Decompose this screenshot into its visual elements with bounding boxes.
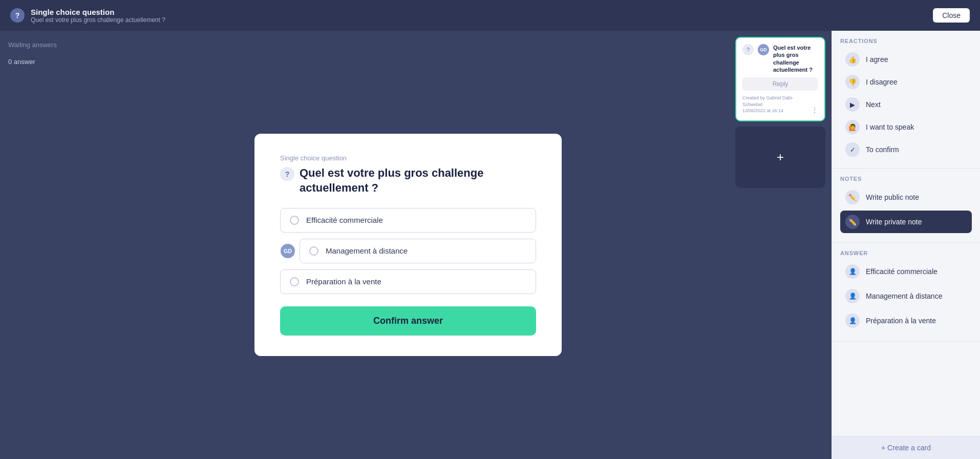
answer-count-label: 0 answer xyxy=(8,57,79,66)
answer-option-2-icon: 👤 xyxy=(845,289,860,303)
question-card: Single choice question ? Quel est votre … xyxy=(254,134,562,356)
reaction-to-confirm[interactable]: ✓ To confirm xyxy=(840,138,972,161)
answer-option-3: 👤 Préparation à la vente xyxy=(840,309,972,332)
reaction-agree-label: I agree xyxy=(866,55,888,64)
mini-card-question-icon: ? xyxy=(742,44,754,55)
user-avatar-gd: GD xyxy=(281,244,295,258)
question-type-label: Single choice question xyxy=(280,154,536,162)
mini-card-menu-icon[interactable]: ⋮ xyxy=(811,106,818,114)
question-type-icon: ? xyxy=(280,167,294,181)
answer-option-3-label: Préparation à la vente xyxy=(866,317,936,325)
left-sidebar: Waiting answers 0 answer xyxy=(0,31,87,459)
private-note-label: Write private note xyxy=(866,218,922,226)
confirm-answer-button[interactable]: Confirm answer xyxy=(280,306,536,336)
reactions-section: REACTIONS 👍 I agree 👎 I disagree ▶ Next … xyxy=(832,31,980,169)
header-title: Single choice question xyxy=(31,8,165,16)
mini-card-footer: Created by Gabriel Dabi-Schwebel13/06/20… xyxy=(742,95,811,114)
speak-icon: 🙋 xyxy=(845,120,860,134)
far-right-sidebar: REACTIONS 👍 I agree 👎 I disagree ▶ Next … xyxy=(832,31,980,459)
option-1-label: Efficacité commerciale xyxy=(306,216,383,224)
next-icon: ▶ xyxy=(845,97,860,112)
reaction-i-disagree[interactable]: 👎 I disagree xyxy=(840,71,972,93)
public-note-icon: ✏️ xyxy=(845,190,860,204)
option-3-label: Préparation à la vente xyxy=(306,277,381,286)
answer-option-3-icon: 👤 xyxy=(845,314,860,328)
write-private-note-button[interactable]: ✏️ Write private note xyxy=(840,211,972,233)
answer-option-2: 👤 Management à distance xyxy=(840,285,972,307)
option-3-radio[interactable] xyxy=(290,277,299,286)
answer-section: ANSWER 👤 Efficacité commerciale 👤 Manage… xyxy=(832,243,980,342)
option-2-radio[interactable] xyxy=(309,246,318,256)
header-subtitle: Quel est votre plus gros challenge actue… xyxy=(31,16,165,24)
notes-title: NOTES xyxy=(840,176,972,182)
header-left: ? Single choice question Quel est votre … xyxy=(10,8,165,24)
answer-count: 0 answer xyxy=(8,58,35,66)
private-note-icon: ✏️ xyxy=(845,215,860,229)
question-title: Quel est votre plus gros challenge actue… xyxy=(300,166,536,195)
reaction-want-to-speak[interactable]: 🙋 I want to speak xyxy=(840,116,972,138)
option-1-radio[interactable] xyxy=(290,216,299,225)
reaction-next-label: Next xyxy=(866,100,881,109)
option-2-label: Management à distance xyxy=(326,246,408,255)
mini-card-avatar: GD xyxy=(758,44,769,55)
answer-option-2-label: Management à distance xyxy=(866,292,942,300)
answer-option-1-label: Efficacité commerciale xyxy=(866,267,938,276)
options-list: Efficacité commerciale GD Management à d… xyxy=(280,208,536,294)
write-public-note-button[interactable]: ✏️ Write public note xyxy=(840,186,972,208)
option-3[interactable]: Préparation à la vente xyxy=(280,269,536,294)
reaction-confirm-label: To confirm xyxy=(866,145,899,154)
mini-card-header: ? GD Quel est votre plus gros challenge … xyxy=(742,44,818,73)
reaction-speak-label: I want to speak xyxy=(866,123,914,131)
main-content: Waiting answers 0 answer Single choice q… xyxy=(0,31,980,459)
mini-card-title: Quel est votre plus gros challenge actue… xyxy=(773,44,818,73)
answer-option-1-icon: 👤 xyxy=(845,264,860,279)
public-note-label: Write public note xyxy=(866,193,919,201)
confirm-icon: ✓ xyxy=(845,142,860,157)
thumbs-down-icon: 👎 xyxy=(845,75,860,89)
waiting-answers-label: Waiting answers xyxy=(8,41,79,49)
far-right-sidebar-inner: REACTIONS 👍 I agree 👎 I disagree ▶ Next … xyxy=(832,31,980,436)
notes-section: NOTES ✏️ Write public note ✏️ Write priv… xyxy=(832,169,980,243)
question-icon: ? xyxy=(10,8,25,23)
header-text: Single choice question Quel est votre pl… xyxy=(31,8,165,24)
mini-card-1: ? GD Quel est votre plus gros challenge … xyxy=(735,37,825,121)
create-card-button[interactable]: + Create a card xyxy=(832,436,980,459)
add-card-button[interactable]: + xyxy=(735,127,825,188)
question-header: Single choice question ? Quel est votre … xyxy=(280,154,536,195)
reaction-next[interactable]: ▶ Next xyxy=(840,93,972,116)
reactions-title: REACTIONS xyxy=(840,38,972,44)
thumbs-up-icon: 👍 xyxy=(845,52,860,67)
mini-card-reply-button[interactable]: Reply xyxy=(742,77,818,91)
answer-title: ANSWER xyxy=(840,250,972,256)
close-button[interactable]: Close xyxy=(933,8,970,23)
question-title-row: ? Quel est votre plus gros challenge act… xyxy=(280,166,536,195)
mini-cards-panel: ? GD Quel est votre plus gros challenge … xyxy=(729,31,832,459)
center-panel: Single choice question ? Quel est votre … xyxy=(87,31,729,459)
header: ? Single choice question Quel est votre … xyxy=(0,0,980,31)
answer-option-1: 👤 Efficacité commerciale xyxy=(840,260,972,283)
option-1[interactable]: Efficacité commerciale xyxy=(280,208,536,233)
reaction-i-agree[interactable]: 👍 I agree xyxy=(840,48,972,71)
option-2[interactable]: GD Management à distance xyxy=(300,239,536,263)
reaction-disagree-label: I disagree xyxy=(866,78,897,86)
